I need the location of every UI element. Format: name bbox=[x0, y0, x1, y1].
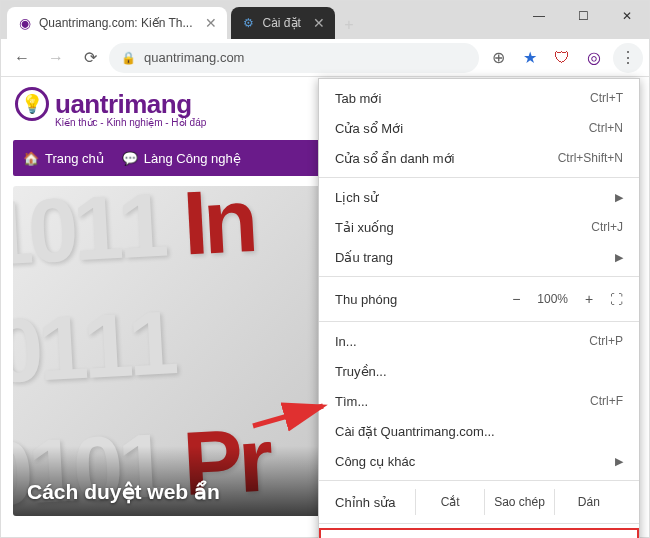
menu-settings[interactable]: Cài đặt bbox=[319, 528, 639, 538]
zoom-value: 100% bbox=[537, 292, 568, 306]
new-tab-button[interactable]: + bbox=[335, 11, 363, 39]
chevron-right-icon: ▶ bbox=[615, 191, 623, 204]
menu-button[interactable]: ⋮ bbox=[613, 43, 643, 73]
chrome-menu: Tab mớiCtrl+T Cửa sổ MớiCtrl+N Cửa sổ ẩn… bbox=[318, 78, 640, 538]
chevron-right-icon: ▶ bbox=[615, 455, 623, 468]
menu-separator bbox=[319, 321, 639, 322]
window-controls: — ☐ ✕ bbox=[517, 1, 649, 31]
url-text: quantrimang.com bbox=[144, 50, 244, 65]
chat-icon: 💬 bbox=[122, 151, 138, 166]
menu-zoom: Thu phóng − 100% + ⛶ bbox=[319, 281, 639, 317]
fullscreen-button[interactable]: ⛶ bbox=[610, 292, 623, 307]
logo-text: uantrimang bbox=[55, 89, 192, 120]
menu-print[interactable]: In...Ctrl+P bbox=[319, 326, 639, 356]
menu-new-tab[interactable]: Tab mớiCtrl+T bbox=[319, 83, 639, 113]
tab-quantrimang[interactable]: ◉ Quantrimang.com: Kiến Th... ✕ bbox=[7, 7, 227, 39]
chevron-right-icon: ▶ bbox=[615, 251, 623, 264]
nav-tech[interactable]: 💬 Làng Công nghệ bbox=[122, 151, 241, 166]
close-button[interactable]: ✕ bbox=[605, 1, 649, 31]
star-icon[interactable]: ★ bbox=[515, 43, 545, 73]
menu-history[interactable]: Lịch sử▶ bbox=[319, 182, 639, 212]
tab-title: Cài đặt bbox=[263, 16, 301, 30]
menu-downloads[interactable]: Tải xuốngCtrl+J bbox=[319, 212, 639, 242]
menu-edit-row: Chỉnh sửa Cắt Sao chép Dán bbox=[319, 485, 639, 519]
menu-cast[interactable]: Truyền... bbox=[319, 356, 639, 386]
edit-cut-button[interactable]: Cắt bbox=[415, 489, 484, 515]
tab-close-icon[interactable]: ✕ bbox=[313, 15, 325, 31]
hero-title: Cách duyệt web ẩn bbox=[27, 480, 220, 504]
nav-label: Trang chủ bbox=[45, 151, 104, 166]
tab-close-icon[interactable]: ✕ bbox=[205, 15, 217, 31]
gear-icon: ⚙ bbox=[241, 15, 257, 31]
profile-icon[interactable]: ◎ bbox=[579, 43, 609, 73]
zoom-in-button[interactable]: + bbox=[580, 291, 598, 307]
menu-incognito[interactable]: Cửa sổ ẩn danh mớiCtrl+Shift+N bbox=[319, 143, 639, 173]
extension-icons: ⊕ ★ 🛡 ◎ bbox=[483, 43, 609, 73]
add-to-icon[interactable]: ⊕ bbox=[483, 43, 513, 73]
menu-more-tools[interactable]: Công cụ khác▶ bbox=[319, 446, 639, 476]
minimize-button[interactable]: — bbox=[517, 1, 561, 31]
edit-copy-button[interactable]: Sao chép bbox=[484, 489, 553, 515]
home-icon: 🏠 bbox=[23, 151, 39, 166]
reload-button[interactable]: ⟳ bbox=[75, 43, 105, 73]
nav-home[interactable]: 🏠 Trang chủ bbox=[23, 151, 104, 166]
forward-button[interactable]: → bbox=[41, 43, 71, 73]
zoom-label: Thu phóng bbox=[335, 292, 507, 307]
favicon-quantrimang: ◉ bbox=[17, 15, 33, 31]
menu-bookmarks[interactable]: Dấu trang▶ bbox=[319, 242, 639, 272]
menu-separator bbox=[319, 523, 639, 524]
toolbar: ← → ⟳ 🔒 quantrimang.com ⊕ ★ 🛡 ◎ ⋮ bbox=[1, 39, 649, 77]
shield-icon[interactable]: 🛡 bbox=[547, 43, 577, 73]
tab-settings[interactable]: ⚙ Cài đặt ✕ bbox=[231, 7, 335, 39]
maximize-button[interactable]: ☐ bbox=[561, 1, 605, 31]
lock-icon: 🔒 bbox=[121, 51, 136, 65]
menu-separator bbox=[319, 480, 639, 481]
edit-label: Chỉnh sửa bbox=[335, 495, 415, 510]
nav-label: Làng Công nghệ bbox=[144, 151, 241, 166]
menu-separator bbox=[319, 177, 639, 178]
address-bar[interactable]: 🔒 quantrimang.com bbox=[109, 43, 479, 73]
menu-separator bbox=[319, 276, 639, 277]
logo-bulb-icon: 💡 bbox=[15, 87, 49, 121]
menu-find[interactable]: Tìm...Ctrl+F bbox=[319, 386, 639, 416]
menu-new-window[interactable]: Cửa sổ MớiCtrl+N bbox=[319, 113, 639, 143]
edit-paste-button[interactable]: Dán bbox=[554, 489, 623, 515]
tab-strip: ◉ Quantrimang.com: Kiến Th... ✕ ⚙ Cài đặ… bbox=[1, 1, 517, 39]
tab-title: Quantrimang.com: Kiến Th... bbox=[39, 16, 193, 30]
back-button[interactable]: ← bbox=[7, 43, 37, 73]
zoom-out-button[interactable]: − bbox=[507, 291, 525, 307]
menu-install[interactable]: Cài đặt Quantrimang.com... bbox=[319, 416, 639, 446]
titlebar: ◉ Quantrimang.com: Kiến Th... ✕ ⚙ Cài đặ… bbox=[1, 1, 649, 39]
